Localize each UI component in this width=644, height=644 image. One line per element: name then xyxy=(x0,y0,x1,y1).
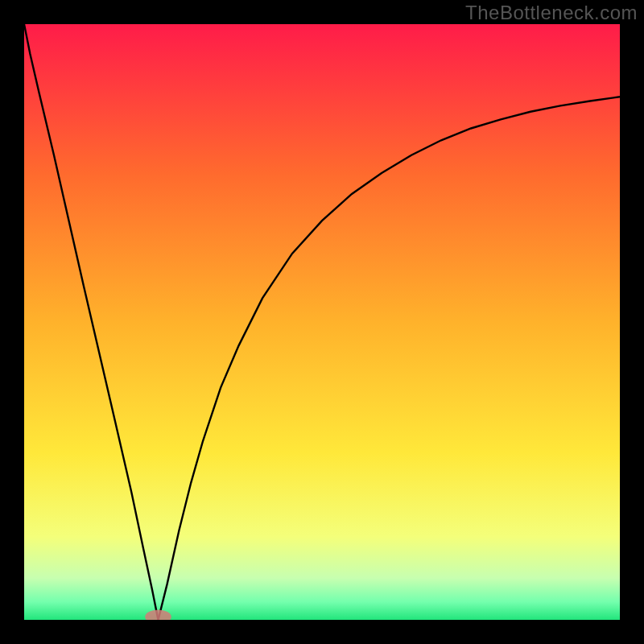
plot-area xyxy=(24,24,620,620)
chart-frame: TheBottleneck.com xyxy=(0,0,644,644)
watermark-text: TheBottleneck.com xyxy=(465,2,638,24)
chart-svg xyxy=(24,24,620,620)
gradient-background xyxy=(24,24,620,620)
